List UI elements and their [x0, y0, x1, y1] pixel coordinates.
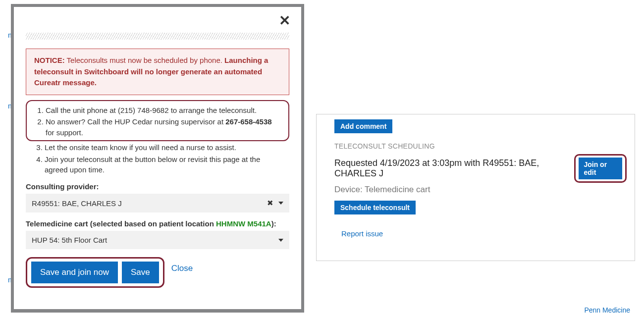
notice-prefix: NOTICE: — [34, 56, 65, 64]
save-button[interactable]: Save — [122, 262, 159, 283]
teleconsult-modal: ✕ NOTICE: Teleconsults must now be sched… — [14, 7, 301, 309]
cart-value: HUP 54: 5th Floor Cart — [32, 236, 107, 244]
supervisor-phone: 267-658-4538 — [225, 117, 271, 126]
clear-icon[interactable]: ✖ — [267, 199, 273, 208]
instr-step-2: No answer? Call the HUP Cedar nursing su… — [46, 116, 279, 138]
instr-step-1: Call the unit phone at (215) 748-9682 to… — [46, 105, 279, 116]
provider-label: Consulting provider: — [26, 182, 289, 191]
report-issue-link[interactable]: Report issue — [341, 229, 627, 238]
cart-label-b: ): — [271, 219, 276, 228]
penn-medicine-link[interactable]: Penn Medicine — [584, 306, 630, 314]
instr-step-2a: No answer? Call the HUP Cedar nursing su… — [46, 117, 225, 126]
join-edit-highlight: Join or edit — [574, 154, 627, 183]
device-label: Device: Telemedicine cart — [334, 185, 627, 195]
instr-step-3: Let the onsite team know if you will nee… — [45, 142, 285, 153]
instructions-highlight: Call the unit phone at (215) 748-9682 to… — [26, 100, 289, 141]
patient-location: HHMNW M541A — [216, 219, 271, 228]
notice-lead: Teleconsults must now be scheduled by ph… — [65, 56, 224, 64]
scheduling-panel: Add comment TELECONSULT SCHEDULING Reque… — [316, 114, 635, 261]
chevron-down-icon[interactable] — [278, 239, 283, 242]
chevron-down-icon[interactable] — [278, 202, 283, 205]
request-summary: Requested 4/19/2023 at 3:03pm with R4955… — [334, 158, 569, 179]
provider-value: R49551: BAE, CHARLES J — [32, 199, 122, 208]
schedule-teleconsult-button[interactable]: Schedule teleconsult — [334, 201, 416, 214]
save-buttons-highlight: Save and join now Save — [26, 257, 164, 288]
close-icon[interactable]: ✕ — [279, 14, 290, 28]
cart-label-a: Telemedicine cart (selected based on pat… — [26, 219, 216, 228]
instr-step-4: Join your teleconsult at the button belo… — [45, 154, 285, 176]
cart-label: Telemedicine cart (selected based on pat… — [26, 219, 289, 228]
add-comment-button[interactable]: Add comment — [334, 119, 392, 133]
join-or-edit-button[interactable]: Join or edit — [579, 158, 622, 179]
panel-heading: TELECONSULT SCHEDULING — [334, 142, 627, 150]
torn-edge — [26, 33, 289, 40]
cart-select[interactable]: HUP 54: 5th Floor Cart — [26, 231, 289, 249]
save-and-join-button[interactable]: Save and join now — [31, 262, 118, 283]
instr-step-2b: for support. — [46, 128, 83, 137]
provider-select[interactable]: R49551: BAE, CHARLES J ✖ — [26, 194, 289, 213]
notice-banner: NOTICE: Teleconsults must now be schedul… — [26, 49, 289, 95]
close-link[interactable]: Close — [171, 264, 193, 273]
